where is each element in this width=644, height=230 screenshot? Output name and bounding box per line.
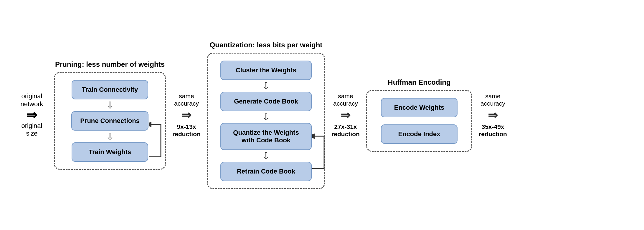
original-network-label: originalnetwork <box>20 92 43 108</box>
same-accuracy-label-3: sameaccuracy <box>480 92 505 107</box>
arrow-qwcb-rcb: ⇩ <box>262 151 270 161</box>
generate-codebook-node: Generate Code Book <box>220 92 312 111</box>
feedback-arrow-pruning <box>149 117 167 164</box>
train-connectivity-node: Train Connectivity <box>72 80 148 99</box>
quantization-section: Quantization: less bits per weight Clust… <box>207 41 325 189</box>
reduction-label-1: 9x-13xreduction <box>172 123 201 138</box>
huffman-section: Huffman Encoding Encode Weights Encode I… <box>366 78 472 152</box>
input-arrow: ⇒ <box>26 109 37 121</box>
encode-weights-node: Encode Weights <box>381 98 458 117</box>
quantize-weights-node: Quantize the Weightswith Code Book <box>220 123 312 150</box>
pruning-section: Pruning: less number of weights Train Co… <box>54 60 166 170</box>
original-size-label: originalsize <box>22 122 42 138</box>
train-weights-node: Train Weights <box>72 142 148 162</box>
same-accuracy-label-1: sameaccuracy <box>174 92 199 107</box>
arrow-cw-gcb: ⇩ <box>262 81 270 91</box>
quantization-dashed-box: Cluster the Weights ⇩ Generate Code Book… <box>207 53 325 189</box>
arrow-tc-pc: ⇩ <box>106 101 114 110</box>
right-arrow-2: ⇒ <box>341 108 351 122</box>
pruning-title: Pruning: less number of weights <box>55 60 165 69</box>
cluster-weights-node: Cluster the Weights <box>220 61 312 80</box>
huffman-title: Huffman Encoding <box>388 78 450 86</box>
pruning-dashed-box: Train Connectivity ⇩ Prune Connections ⇩… <box>54 72 166 170</box>
retrain-codebook-node: Retrain Code Book <box>220 162 312 181</box>
between-arrow-pq: sameaccuracy ⇒ 9x-13xreduction <box>169 92 204 138</box>
right-arrow-3: ⇒ <box>488 108 498 122</box>
encode-index-node: Encode Index <box>381 124 458 144</box>
right-arrow-1: ⇒ <box>181 108 191 122</box>
huffman-dashed-box: Encode Weights Encode Index <box>366 90 472 152</box>
arrow-gcb-qwcb: ⇩ <box>262 112 270 122</box>
input-section: originalnetwork ⇒ originalsize <box>13 92 51 138</box>
same-accuracy-label-2: sameaccuracy <box>333 92 358 107</box>
prune-connections-node: Prune Connections <box>71 111 148 131</box>
reduction-label-3: 35x-49xreduction <box>479 123 507 138</box>
quantization-title: Quantization: less bits per weight <box>210 41 323 49</box>
reduction-label-2: 27x-31xreduction <box>331 123 360 138</box>
between-arrow-final: sameaccuracy ⇒ 35x-49xreduction <box>475 92 511 138</box>
diagram: originalnetwork ⇒ originalsize Pruning: … <box>13 6 631 224</box>
arrow-pc-tw: ⇩ <box>106 132 114 141</box>
between-arrow-qh: sameaccuracy ⇒ 27x-31xreduction <box>328 92 363 138</box>
feedback-arrow-quant <box>312 129 330 176</box>
